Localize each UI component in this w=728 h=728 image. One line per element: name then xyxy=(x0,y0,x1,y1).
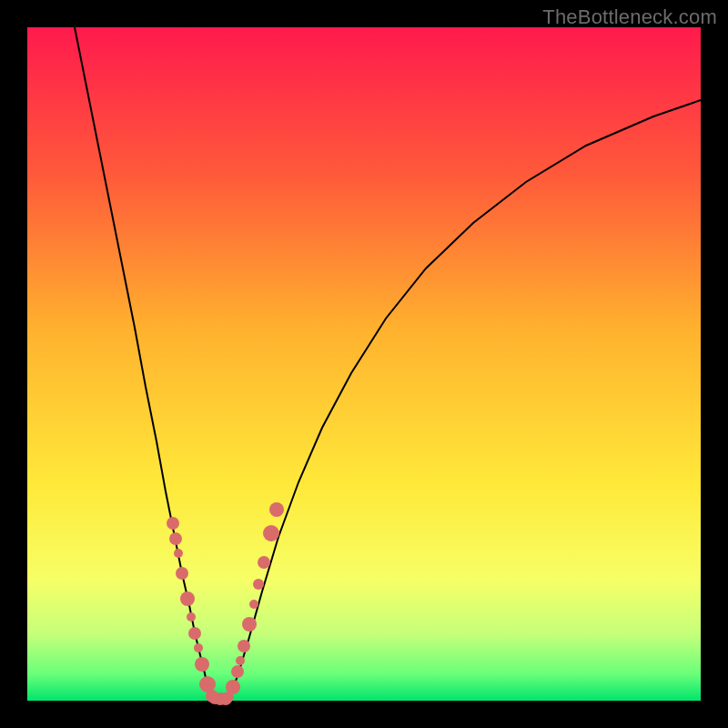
chart-overlay xyxy=(27,27,701,701)
data-point xyxy=(167,517,179,530)
data-point xyxy=(238,640,250,652)
data-point xyxy=(231,665,244,678)
curve-right-branch xyxy=(229,100,701,699)
watermark-text: TheBottleneck.com xyxy=(542,5,717,29)
data-point xyxy=(195,657,209,672)
data-point xyxy=(258,556,270,569)
data-point xyxy=(169,532,182,545)
data-point xyxy=(242,617,257,632)
data-point xyxy=(188,627,201,640)
data-point xyxy=(249,600,258,609)
data-point xyxy=(263,525,279,541)
data-point xyxy=(187,612,196,622)
data-point xyxy=(194,643,203,652)
data-point xyxy=(236,656,245,665)
data-point xyxy=(226,680,240,694)
data-point xyxy=(176,567,188,580)
scatter-points xyxy=(167,502,284,705)
data-point xyxy=(180,592,195,606)
data-point xyxy=(174,549,183,558)
chart-canvas: TheBottleneck.com xyxy=(0,0,728,728)
data-point xyxy=(253,579,264,590)
data-point xyxy=(269,502,284,517)
